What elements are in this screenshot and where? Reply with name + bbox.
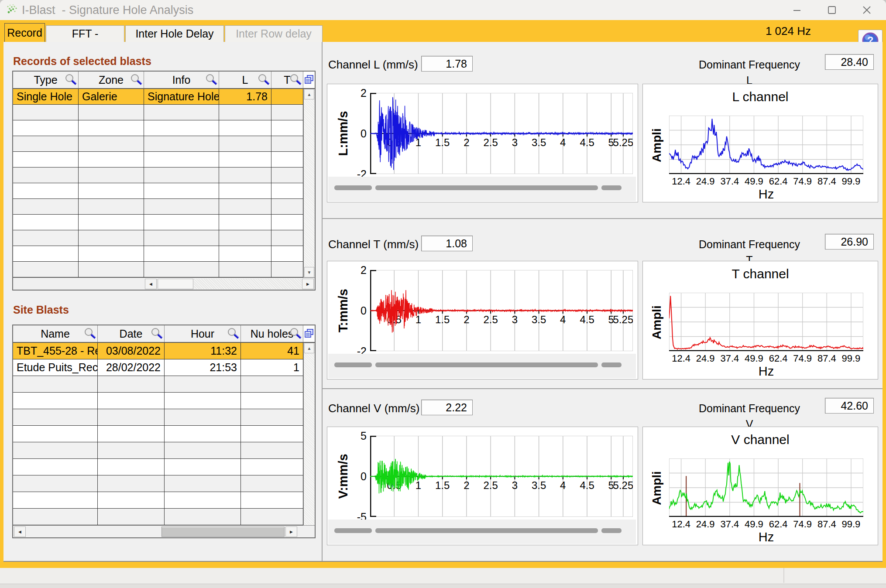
cell-type[interactable] [13,136,79,151]
waveform-scrollbar[interactable] [328,177,636,201]
search-icon[interactable] [257,74,270,85]
table-row-empty[interactable] [13,152,303,168]
table-row-empty[interactable] [13,393,303,409]
table-row-empty[interactable] [13,199,303,215]
cell-info[interactable]: Signature Hole [144,89,219,104]
cell-l[interactable] [219,168,271,183]
cell-l[interactable]: 1.78 [219,89,271,104]
cell-info[interactable] [144,215,219,230]
cell-t[interactable] [271,168,303,183]
cell-name[interactable] [13,442,98,458]
cell-hour[interactable] [165,492,241,508]
cell-l[interactable] [219,246,271,261]
column-header-date[interactable]: Date [98,325,165,342]
maximize-button[interactable] [814,0,849,20]
cell-t[interactable] [271,183,303,198]
column-header-t[interactable]: T [271,72,303,88]
tab-record[interactable]: Record [4,23,45,42]
cell-zone[interactable] [79,183,144,198]
cell-nu-holes[interactable] [241,492,303,508]
table-row-empty[interactable] [13,459,303,475]
dominant-frequency-field-v[interactable]: 42.60 [825,398,874,414]
scrollbar-thumb[interactable] [601,362,622,367]
scrollbar-thumb[interactable] [334,528,372,533]
cell-type[interactable] [13,183,79,198]
cell-date[interactable] [98,426,165,442]
cell-type[interactable] [13,262,79,277]
scroll-right-button[interactable]: ► [285,526,297,537]
tab-inter-hole-delay-ihd[interactable]: Inter Hole Delay (IHD) [125,25,224,42]
table-row-empty[interactable] [13,409,303,426]
cell-hour[interactable]: 11:32 [165,343,241,359]
channel-peak-field-l[interactable]: 1.78 [421,56,473,72]
cell-t[interactable] [271,152,303,167]
copy-table-button[interactable] [303,325,315,342]
cell-l[interactable] [219,152,271,167]
cell-hour[interactable] [165,459,241,475]
cell-type[interactable] [13,215,79,230]
cell-l[interactable] [219,262,271,277]
cell-info[interactable] [144,230,219,246]
cell-zone[interactable] [79,136,144,151]
scrollbar-thumb[interactable] [334,362,372,367]
cell-info[interactable] [144,183,219,198]
cell-date[interactable] [98,509,165,525]
search-icon[interactable] [227,328,240,339]
cell-zone[interactable] [79,105,144,120]
cell-t[interactable] [271,215,303,230]
column-header-hour[interactable]: Hour [165,325,241,342]
table-row-empty[interactable] [13,136,303,152]
cell-type[interactable] [13,120,79,136]
scrollbar-thumb[interactable] [375,185,598,190]
table-row-empty[interactable] [13,215,303,230]
cell-name[interactable] [13,459,98,475]
table-row-empty[interactable] [13,426,303,442]
cell-type[interactable] [13,105,79,120]
channel-peak-field-t[interactable]: 1.08 [421,236,473,251]
column-header-info[interactable]: Info [144,72,219,88]
table-row-empty[interactable] [13,442,303,459]
cell-zone[interactable] [79,199,144,214]
cell-info[interactable] [144,246,219,261]
cell-nu-holes[interactable] [241,509,303,525]
copy-table-button[interactable] [303,72,315,88]
cell-name[interactable] [13,393,98,409]
cell-nu-holes[interactable] [241,442,303,458]
column-header-nu-holes[interactable]: Nu holes [241,325,303,342]
search-icon[interactable] [64,74,77,85]
scrollbar-thumb[interactable] [375,528,598,533]
search-icon[interactable] [130,74,143,85]
table-row-empty[interactable] [13,105,303,120]
cell-zone[interactable] [79,262,144,277]
cell-date[interactable] [98,409,165,425]
cell-info[interactable] [144,262,219,277]
cell-t[interactable] [271,120,303,136]
cell-info[interactable] [144,105,219,120]
column-header-name[interactable]: Name [13,325,98,342]
cell-info[interactable] [144,136,219,151]
cell-t[interactable] [271,262,303,277]
cell-date[interactable]: 03/08/2022 [98,343,165,359]
search-icon[interactable] [289,74,302,85]
vertical-scrollbar[interactable]: ▲ [303,343,315,525]
table-row[interactable]: Etude Puits_Recap28/02/202221:531 [13,359,303,376]
cell-l[interactable] [219,199,271,214]
cell-type[interactable]: Single Hole [13,89,79,104]
table-row[interactable]: Single HoleGalerieSignature Hole1.78 [13,89,303,105]
waveform-scrollbar[interactable] [328,520,636,544]
horizontal-scrollbar[interactable]: ◄► [13,277,315,290]
tab-fft-filtering[interactable]: FFT - FILTERING [46,25,124,42]
cell-type[interactable] [13,246,79,261]
cell-name[interactable] [13,492,98,508]
table-row-empty[interactable] [13,376,303,393]
cell-t[interactable] [271,89,303,104]
cell-nu-holes[interactable]: 1 [241,359,303,376]
cell-nu-holes[interactable] [241,459,303,475]
cell-date[interactable] [98,492,165,508]
cell-info[interactable] [144,199,219,214]
table-row-empty[interactable] [13,183,303,199]
cell-type[interactable] [13,199,79,214]
table-row-empty[interactable] [13,262,303,277]
cell-hour[interactable] [165,509,241,525]
scroll-left-button[interactable]: ◄ [14,526,26,537]
